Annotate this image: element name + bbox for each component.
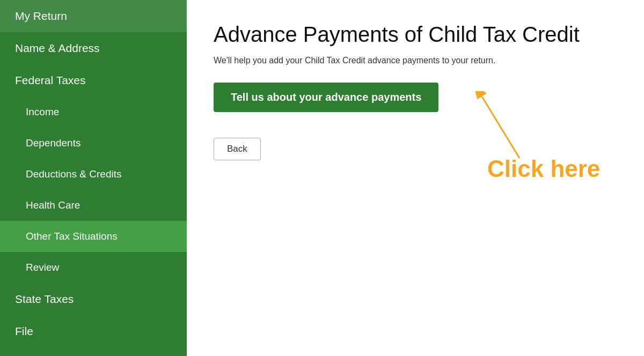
- click-here-label: Click here: [487, 155, 600, 182]
- sidebar-item-dependents[interactable]: Dependents: [0, 128, 187, 159]
- page-subtitle: We'll help you add your Child Tax Credit…: [214, 56, 617, 65]
- sidebar-item-review[interactable]: Review: [0, 252, 187, 283]
- back-button[interactable]: Back: [214, 138, 261, 160]
- sidebar-item-income[interactable]: Income: [0, 97, 187, 128]
- cta-button[interactable]: Tell us about your advance payments: [214, 83, 438, 112]
- sidebar-item-deductions-credits[interactable]: Deductions & Credits: [0, 159, 187, 190]
- page-title: Advance Payments of Child Tax Credit: [214, 21, 617, 47]
- sidebar-item-state-taxes[interactable]: State Taxes: [0, 283, 187, 315]
- sidebar-item-other-tax-situations[interactable]: Other Tax Situations: [0, 221, 187, 252]
- sidebar-item-my-return[interactable]: My Return: [0, 0, 187, 32]
- sidebar-item-health-care[interactable]: Health Care: [0, 190, 187, 221]
- sidebar: My ReturnName & AddressFederal TaxesInco…: [0, 0, 187, 356]
- svg-line-1: [482, 97, 519, 158]
- main-content: Advance Payments of Child Tax Credit We'…: [187, 0, 644, 356]
- arrow-icon: [455, 91, 573, 161]
- sidebar-item-file[interactable]: File: [0, 315, 187, 347]
- sidebar-item-name-address[interactable]: Name & Address: [0, 32, 187, 64]
- sidebar-item-federal-taxes[interactable]: Federal Taxes: [0, 64, 187, 97]
